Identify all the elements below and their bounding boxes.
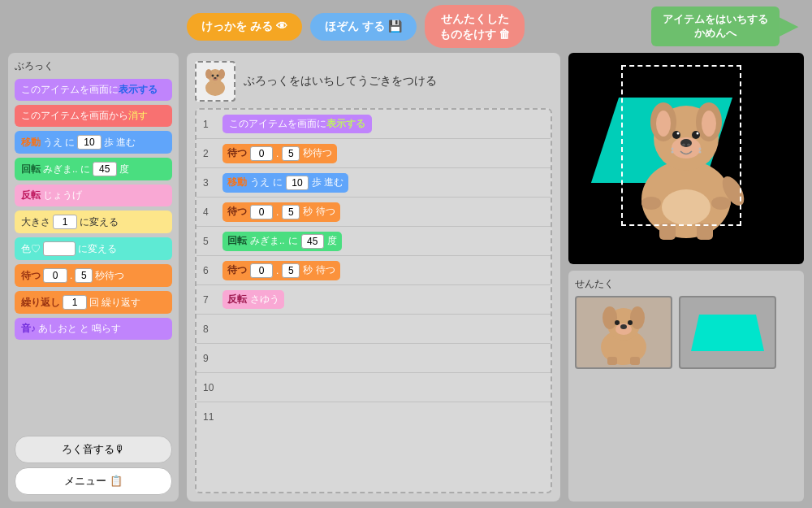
svg-point-35 (603, 306, 617, 329)
save-button[interactable]: ほぞん する 💾 (310, 13, 417, 41)
block-list[interactable]: 1 このアイテムを画面に表示する 2 待つ . 秒待つ (195, 108, 552, 493)
row-num-1: 1 (203, 119, 218, 130)
flip-dir: じょうげ (43, 189, 82, 202)
svg-point-5 (217, 75, 219, 77)
row4-input1[interactable] (250, 205, 273, 219)
wait-input2[interactable] (75, 268, 93, 283)
color-label: 色♡ (21, 242, 41, 256)
menu-button[interactable]: メニュー 📋 (15, 467, 172, 495)
loop-input[interactable] (63, 295, 87, 310)
svg-rect-42 (630, 357, 640, 365)
row-num-5: 5 (203, 236, 218, 247)
row4-input2[interactable] (282, 205, 300, 219)
block-rotate[interactable]: 回転 みぎま..に 度 (15, 158, 172, 180)
selection-border (621, 65, 741, 226)
row-num-8: 8 (203, 323, 218, 335)
table-row: 2 待つ . 秒待つ (197, 139, 551, 168)
result-button[interactable]: けっかを みる 👁 (187, 13, 302, 41)
table-row: 3 移動 うえ に 歩 進む (197, 168, 551, 198)
select-area: せんたく (568, 271, 804, 501)
row-content-2: 待つ . 秒待つ (222, 144, 337, 163)
wait-label-6: 待つ (227, 263, 247, 277)
block-size[interactable]: 大きさ に変える (15, 211, 172, 233)
select-item-shape[interactable] (679, 296, 776, 369)
row4-block: 待つ . 秒 待つ (222, 202, 340, 222)
color-swatch[interactable] (43, 241, 76, 256)
row-content-4: 待つ . 秒 待つ (222, 202, 340, 222)
select-shape-svg (687, 302, 768, 363)
top-bar: けっかを みる 👁 ほぞん する 💾 せんたくしたものをけす 🗑 アイテムをはい… (0, 0, 812, 53)
table-row: 10 (197, 373, 551, 402)
row2-block: 待つ . 秒待つ (222, 144, 337, 163)
svg-point-37 (615, 320, 620, 325)
row-num-11: 11 (203, 411, 218, 423)
select-title: せんたく (575, 277, 797, 291)
sidebar: ぶろっく このアイテムを画面に表示する このアイテムを画面から消す 移動 うえに… (8, 53, 179, 501)
row6-input2[interactable] (282, 263, 300, 278)
table-row: 7 反転 さゆう (197, 285, 551, 315)
next-screen-button[interactable]: アイテムをはいちするかめんへ (651, 7, 780, 47)
block-show[interactable]: このアイテムを画面に表示する (15, 79, 172, 101)
row6-input1[interactable] (250, 263, 273, 278)
select-item-dog[interactable] (575, 296, 672, 369)
size-input[interactable] (53, 215, 77, 229)
svg-point-40 (620, 324, 627, 329)
row-num-3: 3 (203, 177, 218, 189)
svg-point-4 (212, 75, 214, 77)
block-show-label: このアイテムを画面に表示する (21, 83, 158, 97)
row-content-3: 移動 うえ に 歩 進む (222, 173, 348, 193)
dog-icon-small (195, 61, 235, 102)
move-dir: うえ (43, 136, 63, 150)
rotate-input[interactable] (93, 162, 117, 176)
block-loop[interactable]: 繰り返し 回 繰り返す (15, 291, 172, 314)
rotate-label-5: 回転 (227, 234, 247, 248)
svg-rect-9 (659, 224, 676, 240)
block-flip[interactable]: 反転 じょうげ (15, 185, 172, 206)
move-input[interactable] (77, 135, 102, 150)
table-row: 11 (197, 402, 551, 432)
flip-label-7: 反転 (227, 293, 247, 306)
block-hide-label: このアイテムを画面から消す (21, 109, 148, 123)
move-keyword: 移動 (21, 136, 41, 150)
svg-point-36 (630, 306, 645, 329)
wait-input1[interactable] (43, 268, 67, 283)
row7-block: 反転 さゆう (222, 290, 284, 309)
row-content-7: 反転 さゆう (222, 290, 284, 309)
record-button[interactable]: ろく音する🎙 (15, 436, 172, 463)
row-content-5: 回転 みぎま.. に 度 (222, 232, 342, 251)
row-num-9: 9 (203, 353, 218, 364)
row3-input[interactable] (286, 176, 309, 190)
block-color[interactable]: 色♡ に変える (15, 237, 172, 260)
loop-keyword: 繰り返し (21, 296, 60, 310)
right-panel: せんたく (568, 53, 804, 501)
row5-input[interactable] (301, 234, 324, 249)
block-area: ぶろっくをはいちしてうごきをつける 1 このアイテムを画面に表示する 2 待つ (187, 53, 560, 501)
block-header-title: ぶろっくをはいちしてうごきをつける (244, 74, 437, 89)
sound-name: あしおと (38, 322, 77, 336)
select-items (575, 296, 797, 369)
block-hide[interactable]: このアイテムを画面から消す (15, 105, 172, 127)
row6-block: 待つ . 秒 待つ (222, 261, 340, 280)
row-num-4: 4 (203, 206, 218, 218)
row-num-2: 2 (203, 148, 218, 159)
wait-label-2: 待つ (227, 146, 247, 160)
block-wait[interactable]: 待つ . 秒待つ (15, 264, 172, 287)
row3-block: 移動 うえ に 歩 進む (222, 173, 348, 193)
block-sound[interactable]: 音♪ あしおと と 鳴らす (15, 318, 172, 340)
table-row: 1 このアイテムを画面に表示する (197, 110, 551, 139)
table-row: 6 待つ . 秒 待つ (197, 256, 551, 285)
svg-point-2 (205, 69, 212, 79)
row2-input2[interactable] (282, 146, 300, 161)
row-num-10: 10 (203, 382, 218, 393)
flip-keyword: 反転 (21, 189, 41, 202)
move-label-3: 移動 (227, 176, 247, 189)
block-move[interactable]: 移動 うえに 歩 進む (15, 131, 172, 154)
clear-button[interactable]: せんたくしたものをけす 🗑 (425, 5, 525, 47)
row-num-6: 6 (203, 265, 218, 276)
dog-small-svg (197, 63, 233, 99)
sidebar-bottom: ろく音する🎙 メニュー 📋 (15, 436, 172, 495)
table-row: 5 回転 みぎま.. に 度 (197, 227, 551, 256)
svg-point-38 (628, 320, 633, 325)
table-row: 9 (197, 344, 551, 373)
row2-input1[interactable] (250, 146, 273, 161)
